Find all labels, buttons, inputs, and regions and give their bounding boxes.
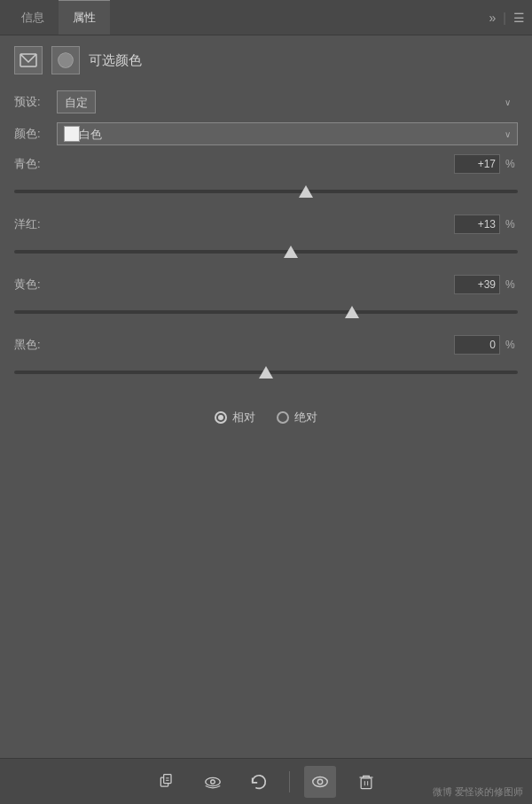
preset-label: 预设: [14,94,50,110]
black-top-row: 黑色: 0 % [14,335,518,355]
circle-icon-btn[interactable] [51,46,80,74]
cyan-top-row: 青色: +17 % [14,154,518,174]
magenta-input[interactable]: +13 [454,215,500,234]
magenta-value-row: +13 % [454,215,518,234]
magenta-unit: % [505,218,518,230]
link-stamp-button[interactable] [151,766,183,798]
magenta-top-row: 洋红: +13 % [14,215,518,234]
header-row: 可选颜色 [14,46,518,74]
svg-rect-11 [361,777,372,788]
watermark: 微博 爱怪谈的修图师 [433,785,523,799]
color-label: 颜色: [14,126,50,142]
tab-bar: 信息 属性 » | ☰ [0,0,532,35]
magenta-slider-section: 洋红: +13 % [14,215,518,264]
yellow-unit: % [505,278,518,291]
panel-title: 可选颜色 [89,52,142,69]
radio-absolute[interactable]: 绝对 [277,410,317,425]
tab-properties[interactable]: 属性 [59,0,110,35]
panel-content: 可选颜色 预设: 自定 颜色: 白色 青色: [0,35,532,758]
black-track [14,371,518,374]
cyan-label: 青色: [14,156,41,172]
preset-select-wrapper[interactable]: 自定 [57,90,518,113]
preset-select[interactable]: 自定 [57,90,96,113]
cyan-value-row: +17 % [454,154,518,174]
radio-absolute-label: 绝对 [294,410,317,425]
black-unit: % [505,339,518,351]
cyan-input[interactable]: +17 [454,154,500,174]
menu-icon[interactable]: ☰ [513,11,525,25]
trash-button[interactable] [350,766,382,798]
black-track-container [14,360,518,385]
svg-point-10 [317,779,323,784]
black-input[interactable]: 0 [454,335,500,355]
svg-point-7 [205,777,220,785]
cyan-slider-section: 青色: +17 % [14,154,518,204]
yellow-value-row: +39 % [454,275,518,294]
envelope-icon-btn[interactable] [14,46,43,74]
preset-row: 预设: 自定 [14,90,518,113]
svg-point-9 [312,777,327,786]
divider: | [503,11,506,25]
cyan-track-container [14,179,518,204]
expand-icon[interactable]: » [489,11,497,25]
radio-absolute-outer [277,411,289,424]
radio-relative-label: 相对 [232,410,255,425]
eye-layers-button[interactable] [197,766,229,798]
tab-info[interactable]: 信息 [7,0,59,35]
yellow-track-container [14,300,518,324]
color-select[interactable]: 白色 [57,122,518,145]
yellow-label: 黄色: [14,277,41,293]
black-label: 黑色: [14,337,41,353]
toolbar-separator [289,771,290,792]
color-row: 颜色: 白色 [14,122,518,145]
color-select-wrapper[interactable]: 白色 [57,122,518,145]
radio-group: 相对 绝对 [14,410,518,425]
svg-point-2 [59,53,73,67]
eye-button[interactable] [304,766,336,798]
black-value-row: 0 % [454,335,518,355]
radio-relative-inner [218,415,223,420]
svg-point-8 [210,779,215,784]
tab-icons: » | ☰ [489,11,525,25]
panel: 信息 属性 » | ☰ [0,0,532,804]
yellow-track [14,310,518,314]
magenta-track-container [14,239,518,264]
reset-button[interactable] [243,766,275,798]
cyan-unit: % [505,158,518,170]
yellow-slider-section: 黄色: +39 % [14,275,518,324]
black-slider-section: 黑色: 0 % [14,335,518,385]
svg-rect-4 [163,774,170,783]
yellow-input[interactable]: +39 [454,275,500,294]
cyan-track [14,190,518,193]
radio-relative[interactable]: 相对 [215,410,255,425]
magenta-track [14,250,518,254]
radio-relative-outer [215,411,227,424]
magenta-label: 洋红: [14,216,41,232]
yellow-top-row: 黄色: +39 % [14,275,518,294]
